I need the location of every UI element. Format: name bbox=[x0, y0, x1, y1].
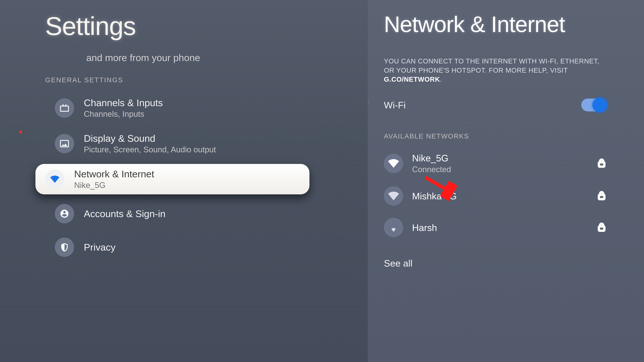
network-text: Nike_5G Connected bbox=[412, 153, 588, 174]
lock-icon bbox=[597, 158, 606, 168]
tv-icon bbox=[55, 98, 74, 118]
helper-text-post: . bbox=[440, 75, 442, 83]
wifi-full-icon bbox=[384, 154, 403, 173]
wifi-toggle-row[interactable]: Wi-Fi bbox=[384, 98, 606, 111]
network-internet-pane: Network & Internet YOU CAN CONNECT TO TH… bbox=[368, 0, 644, 362]
settings-menu: Channels & Inputs Channels, Inputs Displ… bbox=[45, 93, 368, 261]
menu-item-display-sound[interactable]: Display & Sound Picture, Screen, Sound, … bbox=[45, 128, 319, 159]
toggle-knob bbox=[592, 98, 607, 112]
menu-item-title: Network & Internet bbox=[74, 168, 154, 180]
wifi-toggle[interactable] bbox=[581, 98, 606, 111]
network-ssid: Nike_5G bbox=[412, 153, 588, 163]
see-all-button[interactable]: See all bbox=[384, 258, 644, 269]
helper-text-pre: YOU CAN CONNECT TO THE INTERNET WITH WI-… bbox=[384, 57, 599, 74]
menu-item-title: Privacy bbox=[84, 242, 116, 253]
helper-text: YOU CAN CONNECT TO THE INTERNET WITH WI-… bbox=[384, 57, 606, 84]
menu-item-privacy[interactable]: Privacy bbox=[45, 233, 319, 261]
page-title: Network & Internet bbox=[384, 11, 644, 37]
account-icon bbox=[55, 204, 74, 223]
section-header-available: AVAILABLE NETWORKS bbox=[384, 132, 644, 140]
network-list: Nike_5G Connected Mishka 4G bbox=[384, 147, 606, 243]
helper-link[interactable]: G.CO/NETWORK bbox=[384, 75, 440, 83]
wifi-weak-icon bbox=[384, 218, 403, 237]
menu-item-accounts-signin[interactable]: Accounts & Sign-in bbox=[45, 200, 319, 228]
menu-item-text: Accounts & Sign-in bbox=[84, 208, 166, 219]
svg-rect-0 bbox=[599, 162, 604, 167]
page-title: Settings bbox=[45, 11, 368, 41]
svg-rect-2 bbox=[599, 226, 604, 231]
lock-icon bbox=[597, 191, 606, 201]
wifi-icon bbox=[45, 170, 64, 189]
menu-item-title: Channels & Inputs bbox=[84, 97, 163, 108]
svg-line-3 bbox=[425, 177, 450, 192]
shield-icon bbox=[55, 238, 74, 257]
menu-item-network-internet[interactable]: Network & Internet Nike_5G bbox=[36, 164, 310, 194]
menu-item-subtitle: Channels, Inputs bbox=[84, 109, 163, 119]
settings-pane: Settings and more from your phone GENERA… bbox=[0, 0, 368, 362]
section-header-general: GENERAL SETTINGS bbox=[45, 76, 368, 84]
svg-rect-1 bbox=[599, 195, 604, 199]
menu-item-channels-inputs[interactable]: Channels & Inputs Channels, Inputs bbox=[45, 93, 319, 123]
truncated-prev-item-subtitle: and more from your phone bbox=[86, 52, 368, 63]
wifi-label: Wi-Fi bbox=[384, 100, 406, 110]
menu-item-subtitle: Picture, Screen, Sound, Audio output bbox=[84, 145, 216, 154]
network-item-connected[interactable]: Nike_5G Connected bbox=[384, 147, 606, 180]
network-item[interactable]: Harsh bbox=[384, 212, 606, 243]
network-ssid: Harsh bbox=[412, 222, 588, 233]
lock-icon bbox=[597, 223, 606, 233]
menu-item-subtitle: Nike_5G bbox=[74, 181, 154, 190]
menu-item-text: Privacy bbox=[84, 242, 116, 253]
wifi-full-icon bbox=[384, 186, 403, 206]
menu-item-text: Network & Internet Nike_5G bbox=[74, 168, 154, 190]
menu-item-text: Channels & Inputs Channels, Inputs bbox=[84, 97, 163, 119]
menu-item-title: Accounts & Sign-in bbox=[84, 208, 166, 219]
network-item[interactable]: Mishka 4G bbox=[384, 180, 606, 212]
menu-item-text: Display & Sound Picture, Screen, Sound, … bbox=[84, 133, 216, 154]
network-state: Connected bbox=[412, 165, 588, 174]
image-icon bbox=[55, 134, 74, 153]
network-text: Harsh bbox=[412, 222, 588, 233]
menu-item-title: Display & Sound bbox=[84, 133, 216, 144]
